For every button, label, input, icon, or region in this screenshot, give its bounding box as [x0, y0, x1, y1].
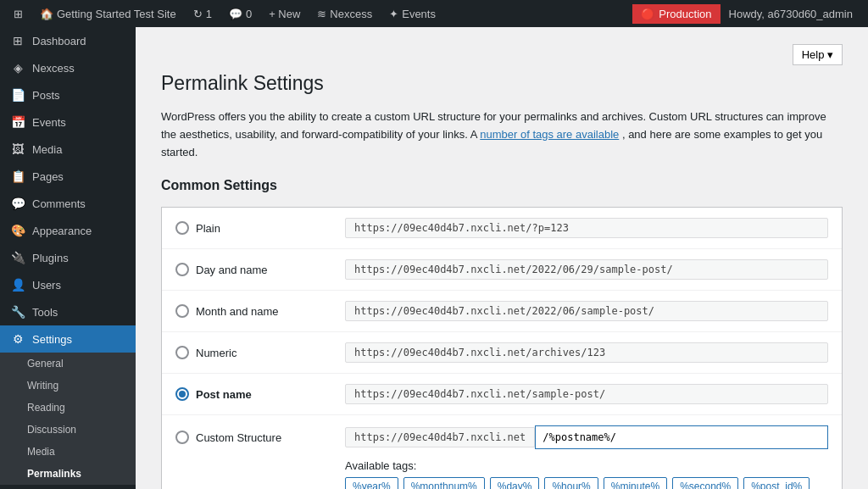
- help-button[interactable]: Help ▾: [793, 44, 843, 65]
- permalink-settings-table: Plain https://09ec40d4b7.nxcli.net/?p=12…: [161, 207, 843, 489]
- tag-minute[interactable]: %minute%: [604, 477, 667, 489]
- common-settings-title: Common Settings: [161, 178, 843, 193]
- tools-icon: 🔧: [10, 305, 25, 319]
- day-name-option[interactable]: Day and name: [175, 263, 345, 276]
- dashboard-icon: ⊞: [10, 34, 25, 47]
- permalink-row-numeric: Numeric https://09ec40d4b7.nxcli.net/arc…: [162, 332, 842, 374]
- sidebar-item-plugins[interactable]: 🔌 Plugins: [0, 244, 136, 271]
- submenu-general[interactable]: General: [0, 353, 136, 375]
- production-dot: 🔴: [641, 8, 654, 20]
- production-badge[interactable]: 🔴 Production: [632, 4, 720, 24]
- sidebar-item-comments[interactable]: 💬 Comments: [0, 190, 136, 217]
- app-layout: ⊞ Dashboard ◈ Nexcess 📄 Posts 📅 Events 🖼…: [0, 27, 868, 489]
- sidebar-item-events[interactable]: 📅 Events: [0, 108, 136, 136]
- submenu-writing[interactable]: Writing: [0, 375, 136, 397]
- sidebar-item-nexcess[interactable]: ◈ Nexcess: [0, 54, 136, 81]
- users-icon: 👤: [10, 278, 25, 292]
- site-icon-house: 🏠: [40, 8, 53, 20]
- sidebar-item-settings[interactable]: ⚙ Settings: [0, 325, 136, 353]
- submenu-permalinks[interactable]: Permalinks: [0, 463, 136, 485]
- tag-monthnum[interactable]: %monthnum%: [403, 477, 485, 489]
- plugins-icon: 🔌: [10, 251, 25, 264]
- new-button[interactable]: + New: [262, 0, 307, 27]
- updates-icon: ↻: [193, 8, 203, 20]
- tag-year[interactable]: %year%: [345, 477, 398, 489]
- settings-icon: ⚙: [10, 332, 25, 346]
- user-menu[interactable]: Howdy, a6730d60_admin: [721, 8, 861, 20]
- post-name-url: https://09ec40d4b7.nxcli.net/sample-post…: [345, 384, 828, 404]
- updates-link[interactable]: ↻ 1: [186, 0, 219, 27]
- sidebar-item-posts[interactable]: 📄 Posts: [0, 81, 136, 108]
- tag-post-id[interactable]: %post_id%: [743, 477, 810, 489]
- tags-available-link[interactable]: number of tags are available: [480, 128, 619, 141]
- site-name-link[interactable]: 🏠 Getting Started Test Site: [33, 0, 183, 27]
- top-bar-right: 🔴 Production Howdy, a6730d60_admin: [632, 4, 861, 24]
- events-icon: ✦: [389, 8, 398, 20]
- comments-icon: 💬: [229, 8, 242, 20]
- custom-row-top: Custom Structure https://09ec40d4b7.nxcl…: [175, 425, 828, 449]
- tags-row: %year% %monthnum% %day% %hour% %minute% …: [345, 477, 828, 489]
- submenu-reading[interactable]: Reading: [0, 397, 136, 419]
- posts-icon: 📄: [10, 88, 25, 102]
- post-name-option[interactable]: Post name: [175, 387, 345, 401]
- submenu-media[interactable]: Media: [0, 441, 136, 463]
- comments-link[interactable]: 💬 0: [222, 0, 259, 27]
- nexcess-icon: ≋: [317, 8, 326, 20]
- submenu-discussion[interactable]: Discussion: [0, 419, 136, 441]
- custom-url-base: https://09ec40d4b7.nxcli.net: [345, 427, 535, 447]
- sidebar: ⊞ Dashboard ◈ Nexcess 📄 Posts 📅 Events 🖼…: [0, 27, 136, 489]
- permalink-row-month-name: Month and name https://09ec40d4b7.nxcli.…: [162, 291, 842, 332]
- site-icon[interactable]: ⊞: [7, 0, 30, 27]
- available-tags-label: Available tags:: [345, 459, 828, 472]
- sidebar-item-media[interactable]: 🖼 Media: [0, 136, 136, 163]
- nexcess-icon: ◈: [10, 61, 25, 75]
- tag-second[interactable]: %second%: [672, 477, 738, 489]
- available-tags-section: Available tags: %year% %monthnum% %day% …: [175, 456, 828, 489]
- sidebar-item-appearance[interactable]: 🎨 Appearance: [0, 217, 136, 244]
- plain-option[interactable]: Plain: [175, 221, 345, 235]
- sidebar-item-pages[interactable]: 📋 Pages: [0, 163, 136, 190]
- post-name-radio[interactable]: [175, 387, 189, 401]
- permalink-row-post-name: Post name https://09ec40d4b7.nxcli.net/s…: [162, 374, 842, 415]
- settings-submenu: General Writing Reading Discussion Media…: [0, 353, 136, 485]
- month-name-radio[interactable]: [175, 304, 189, 318]
- numeric-radio[interactable]: [175, 346, 189, 359]
- plain-url: https://09ec40d4b7.nxcli.net/?p=123: [345, 218, 828, 238]
- help-bar: Help ▾: [161, 44, 843, 65]
- month-name-option[interactable]: Month and name: [175, 304, 345, 318]
- day-name-url: https://09ec40d4b7.nxcli.net/2022/06/29/…: [345, 259, 828, 280]
- page-description: WordPress offers you the ability to crea…: [161, 108, 843, 161]
- nexcess-link[interactable]: ≋ Nexcess: [310, 0, 379, 27]
- main-content: Help ▾ Permalink Settings WordPress offe…: [136, 27, 868, 489]
- events-link[interactable]: ✦ Events: [382, 0, 442, 27]
- numeric-option[interactable]: Numeric: [175, 346, 345, 359]
- permalink-row-custom: Custom Structure https://09ec40d4b7.nxcl…: [162, 415, 842, 489]
- custom-radio[interactable]: [175, 431, 189, 444]
- tag-hour[interactable]: %hour%: [544, 477, 598, 489]
- wordpress-icon: ⊞: [14, 8, 23, 20]
- custom-option[interactable]: Custom Structure: [175, 431, 345, 444]
- appearance-icon: 🎨: [10, 224, 25, 237]
- permalink-row-day-name: Day and name https://09ec40d4b7.nxcli.ne…: [162, 249, 842, 291]
- month-name-url: https://09ec40d4b7.nxcli.net/2022/06/sam…: [345, 301, 828, 321]
- sidebar-item-dashboard[interactable]: ⊞ Dashboard: [0, 27, 136, 54]
- sidebar-item-tools[interactable]: 🔧 Tools: [0, 298, 136, 325]
- tag-day[interactable]: %day%: [490, 477, 540, 489]
- numeric-url: https://09ec40d4b7.nxcli.net/archives/12…: [345, 342, 828, 363]
- comments-icon: 💬: [10, 197, 25, 210]
- pages-icon: 📋: [10, 169, 25, 183]
- media-icon: 🖼: [10, 142, 25, 156]
- day-name-radio[interactable]: [175, 263, 189, 276]
- custom-url-input[interactable]: [535, 425, 828, 449]
- permalink-row-plain: Plain https://09ec40d4b7.nxcli.net/?p=12…: [162, 208, 842, 249]
- sidebar-item-users[interactable]: 👤 Users: [0, 271, 136, 298]
- events-icon: 📅: [10, 115, 25, 129]
- page-title: Permalink Settings: [161, 72, 843, 95]
- top-bar: ⊞ 🏠 Getting Started Test Site ↻ 1 💬 0 + …: [0, 0, 868, 27]
- plain-radio[interactable]: [175, 221, 189, 235]
